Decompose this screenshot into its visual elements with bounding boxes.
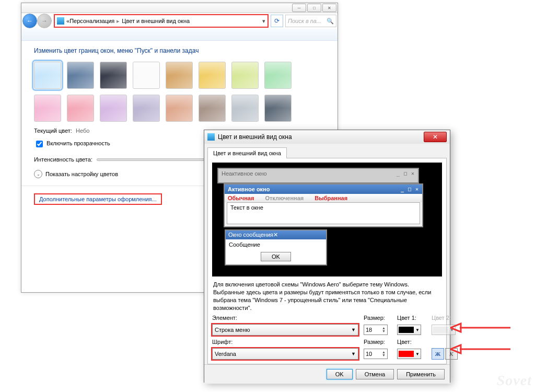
tab-body: Неактивное окно_ □ ✕ Активное окно_ □ ✕ … bbox=[207, 158, 447, 364]
menu-selected: Выбранная bbox=[315, 195, 347, 201]
element-size-value: 18 bbox=[366, 327, 372, 333]
color-swatch[interactable] bbox=[199, 95, 226, 122]
color-swatch[interactable] bbox=[264, 95, 292, 122]
svg-marker-1 bbox=[450, 324, 461, 332]
forward-button[interactable]: → bbox=[37, 14, 52, 28]
current-color-value: Небо bbox=[76, 128, 89, 134]
color-swatch[interactable] bbox=[100, 62, 127, 89]
font-color-picker[interactable]: ▼ bbox=[397, 349, 421, 359]
minimize-button[interactable]: ─ bbox=[292, 4, 306, 12]
color1-picker[interactable]: ▼ bbox=[397, 325, 421, 335]
color-swatch[interactable] bbox=[166, 95, 193, 122]
nav-bar: ← → « Персонализация ▸ Цвет и внешний ви… bbox=[21, 13, 338, 29]
font-size-value: 10 bbox=[366, 351, 372, 357]
inactive-title: Неактивное окно bbox=[222, 170, 267, 177]
color-swatch[interactable] bbox=[100, 95, 127, 122]
color-swatch[interactable] bbox=[231, 62, 259, 89]
preview-inactive-window[interactable]: Неактивное окно_ □ ✕ bbox=[217, 168, 419, 183]
dialog-close-button[interactable]: ✕ bbox=[424, 132, 447, 142]
dialog-titlebar: Цвет и внешний вид окна ✕ bbox=[204, 130, 450, 144]
preview-area: Неактивное окно_ □ ✕ Активное окно_ □ ✕ … bbox=[212, 163, 442, 276]
color-swatch[interactable] bbox=[133, 62, 160, 89]
annotation-arrow-2 bbox=[450, 343, 513, 355]
refresh-button[interactable]: ⟳ bbox=[271, 15, 283, 27]
font-combo[interactable]: Verdana▼ bbox=[212, 348, 358, 360]
font-label: Шрифт: bbox=[212, 339, 358, 345]
color-swatch[interactable] bbox=[264, 62, 292, 89]
dialog-icon bbox=[207, 133, 215, 141]
font-color-swatch bbox=[399, 351, 414, 357]
transparency-checkbox[interactable] bbox=[36, 141, 43, 147]
chevron-down-icon: ▼ bbox=[415, 328, 420, 332]
cancel-button[interactable]: Отмена bbox=[356, 369, 394, 379]
tab-strip: Цвет и внешний вид окна bbox=[204, 144, 450, 158]
svg-marker-3 bbox=[450, 345, 461, 353]
maximize-button[interactable]: □ bbox=[307, 4, 321, 12]
element-combo[interactable]: Строка меню▼ bbox=[212, 324, 358, 336]
watermark: Sovet bbox=[497, 372, 532, 389]
msg-body: Сообщение bbox=[226, 239, 326, 250]
active-title: Активное окно bbox=[228, 186, 270, 192]
command-bar bbox=[21, 29, 338, 41]
search-placeholder: Поиск в па... bbox=[288, 18, 321, 24]
window-buttons-icon: _ □ ✕ bbox=[401, 186, 419, 192]
expander-label: Показать настройку цветов bbox=[45, 171, 118, 177]
spin-buttons-icon[interactable]: ▲▼ bbox=[382, 327, 386, 333]
search-input[interactable]: Поиск в па... 🔍 bbox=[285, 15, 336, 27]
menu-disabled: Отключенная bbox=[265, 195, 304, 201]
ok-button[interactable]: OK bbox=[327, 369, 353, 379]
control-panel-icon bbox=[57, 17, 64, 25]
font-size-spin[interactable]: 10▲▼ bbox=[364, 349, 388, 359]
search-icon[interactable]: 🔍 bbox=[327, 18, 334, 25]
window-buttons-icon: _ □ ✕ bbox=[397, 170, 415, 177]
controls-grid: Элемент: Размер: Цвет 1: Цвет 2: Строка … bbox=[212, 315, 442, 360]
color1-swatch bbox=[399, 327, 414, 333]
chevron-down-icon: ▼ bbox=[415, 352, 420, 356]
transparency-label: Включить прозрачность bbox=[46, 140, 110, 146]
page-title: Изменить цвет границ окон, меню "Пуск" и… bbox=[34, 47, 325, 54]
preview-text-area[interactable]: Текст в окне bbox=[227, 202, 420, 224]
breadcrumb-sep: ▸ bbox=[117, 18, 120, 25]
color1-label: Цвет 1: bbox=[397, 315, 426, 321]
breadcrumb-parent[interactable]: Персонализация bbox=[69, 18, 114, 24]
advanced-appearance-link[interactable]: Дополнительные параметры оформления... bbox=[34, 193, 162, 205]
color-swatch[interactable] bbox=[199, 62, 226, 89]
font-value: Verdana bbox=[215, 351, 236, 357]
element-size-spin[interactable]: 18▲▼ bbox=[364, 325, 388, 335]
tab-appearance[interactable]: Цвет и внешний вид окна bbox=[207, 147, 287, 158]
dialog-buttons: OK Отмена Применить bbox=[204, 364, 450, 384]
element-value: Строка меню bbox=[215, 327, 250, 333]
color-swatch[interactable] bbox=[67, 62, 94, 89]
close-button[interactable]: ✕ bbox=[322, 4, 336, 12]
color2-swatch bbox=[433, 327, 448, 333]
msg-ok-button[interactable]: OK bbox=[261, 252, 291, 261]
color-swatch[interactable] bbox=[166, 62, 193, 89]
chevron-down-icon: ⌄ bbox=[34, 170, 42, 178]
spin-buttons-icon[interactable]: ▲▼ bbox=[382, 351, 386, 357]
apply-button[interactable]: Применить bbox=[397, 369, 445, 379]
annotation-arrow-1 bbox=[450, 321, 513, 334]
appearance-dialog: Цвет и внешний вид окна ✕ Цвет и внешний… bbox=[204, 130, 450, 383]
color-swatch[interactable] bbox=[34, 62, 61, 89]
msg-title: Окно сообщения bbox=[228, 232, 273, 238]
color-swatch[interactable] bbox=[67, 95, 94, 122]
font-color-label: Цвет: bbox=[397, 339, 426, 345]
breadcrumb-dropdown-icon[interactable]: ▾ bbox=[262, 18, 265, 25]
color-swatch[interactable] bbox=[133, 95, 160, 122]
preview-menu-bar[interactable]: Обычная Отключенная Выбранная bbox=[225, 194, 422, 202]
preview-message-box[interactable]: Окно сообщения✕ Сообщение OK bbox=[225, 229, 327, 266]
back-button[interactable]: ← bbox=[22, 14, 37, 28]
chevron-down-icon: ▼ bbox=[351, 327, 356, 332]
chevron-down-icon: ▼ bbox=[351, 351, 356, 356]
color-row-1 bbox=[34, 62, 325, 89]
preview-active-window[interactable]: Активное окно_ □ ✕ Обычная Отключенная В… bbox=[224, 183, 423, 227]
bold-toggle[interactable]: Ж bbox=[432, 348, 444, 360]
color-swatch[interactable] bbox=[231, 95, 259, 122]
color-swatch[interactable] bbox=[34, 95, 61, 122]
breadcrumb[interactable]: « Персонализация ▸ Цвет и внешний вид ок… bbox=[54, 14, 269, 28]
dialog-title: Цвет и внешний вид окна bbox=[218, 133, 292, 141]
intensity-label: Интенсивность цвета: bbox=[34, 156, 92, 163]
font-size-label: Размер: bbox=[364, 339, 392, 345]
menu-normal: Обычная bbox=[228, 195, 254, 201]
color2-label: Цвет 2: bbox=[432, 315, 461, 321]
